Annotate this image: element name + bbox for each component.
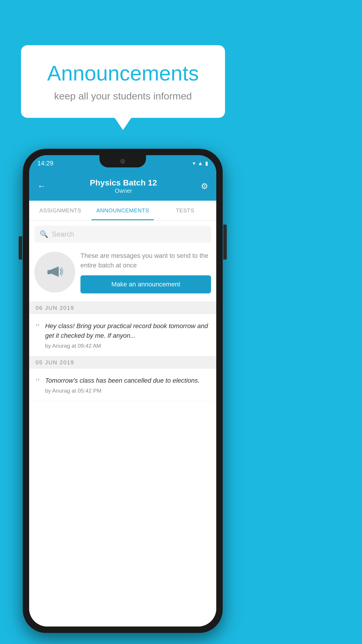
battery-icon: ▮	[205, 160, 208, 167]
date-separator-2: 05 JUN 2019	[29, 356, 216, 369]
header-title: Physics Batch 12	[90, 178, 157, 188]
tabs-bar: ASSIGNMENTS ANNOUNCEMENTS TESTS	[29, 201, 216, 220]
search-bar[interactable]: 🔍 Search	[34, 226, 211, 243]
wifi-icon: ▾	[193, 160, 195, 167]
speech-bubble-container: Announcements keep all your students inf…	[21, 45, 225, 118]
search-icon: 🔍	[40, 230, 48, 238]
tab-assignments[interactable]: ASSIGNMENTS	[29, 201, 92, 220]
tab-tests[interactable]: TESTS	[154, 201, 216, 220]
announcement-content-2: Tomorrow's class has been cancelled due …	[45, 376, 210, 394]
announcement-meta-1: by Anurag at 09:42 AM	[45, 343, 210, 349]
header-center: Physics Batch 12 Owner	[90, 178, 157, 194]
megaphone-icon	[44, 262, 65, 283]
announcement-item-1: " Hey class! Bring your practical record…	[29, 314, 216, 356]
date-separator-1: 06 JUN 2019	[29, 302, 216, 314]
promo-right: These are messages you want to send to t…	[80, 251, 211, 293]
bubble-title: Announcements	[38, 61, 208, 85]
quote-icon-1: "	[36, 321, 40, 333]
svg-marker-0	[50, 266, 59, 277]
settings-icon[interactable]: ⚙	[201, 181, 208, 191]
phone-screen: 14:29 ▾ ▲ ▮ ← Physics Batch 12 Owner ⚙ A…	[29, 155, 216, 626]
back-button[interactable]: ←	[37, 181, 46, 191]
make-announcement-button[interactable]: Make an announcement	[80, 275, 211, 293]
phone-outer: 14:29 ▾ ▲ ▮ ← Physics Batch 12 Owner ⚙ A…	[23, 149, 223, 633]
announcement-text-2: Tomorrow's class has been cancelled due …	[45, 376, 210, 385]
status-icons: ▾ ▲ ▮	[193, 160, 208, 167]
tab-announcements[interactable]: ANNOUNCEMENTS	[92, 201, 154, 220]
notch	[99, 155, 146, 167]
promo-icon-circle	[34, 252, 75, 293]
promo-description: These are messages you want to send to t…	[80, 251, 211, 270]
camera-dot	[120, 159, 125, 164]
speech-bubble: Announcements keep all your students inf…	[21, 45, 225, 118]
announcement-text-1: Hey class! Bring your practical record b…	[45, 321, 210, 340]
header-subtitle: Owner	[90, 188, 157, 194]
bubble-subtitle: keep all your students informed	[38, 90, 208, 102]
announcement-meta-2: by Anurag at 05:42 PM	[45, 388, 210, 394]
quote-icon-2: "	[36, 376, 40, 387]
announcement-item-2: " Tomorrow's class has been cancelled du…	[29, 369, 216, 401]
svg-rect-1	[48, 270, 51, 274]
promo-section: These are messages you want to send to t…	[29, 243, 216, 302]
app-header: ← Physics Batch 12 Owner ⚙	[29, 172, 216, 201]
announcement-content-1: Hey class! Bring your practical record b…	[45, 321, 210, 349]
phone-wrapper: 14:29 ▾ ▲ ▮ ← Physics Batch 12 Owner ⚙ A…	[23, 149, 223, 633]
status-time: 14:29	[37, 160, 53, 167]
content-area: 🔍 Search	[29, 220, 216, 626]
search-placeholder: Search	[52, 230, 74, 238]
signal-icon: ▲	[198, 160, 203, 167]
